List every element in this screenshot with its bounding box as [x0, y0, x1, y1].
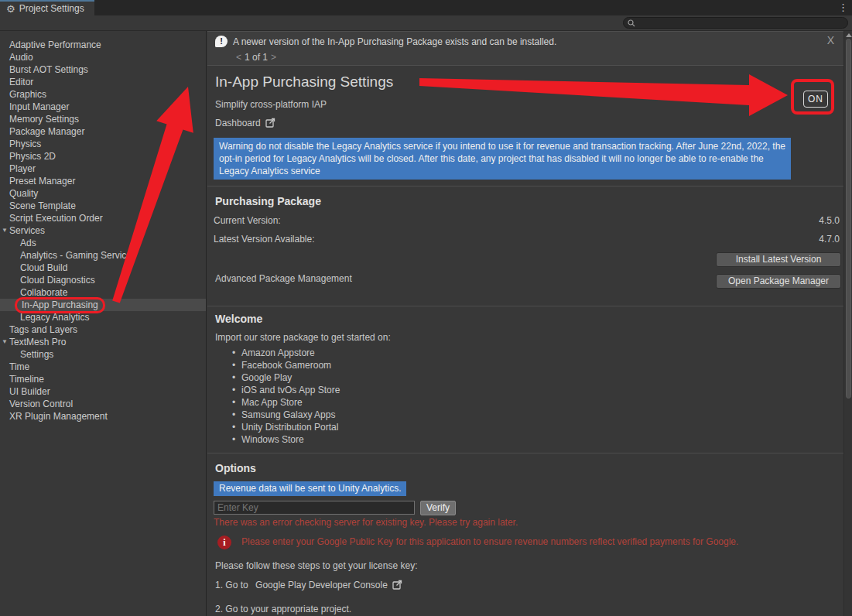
notification-message: A newer version of the In-App Purchasing… [233, 36, 556, 47]
sidebar-item-preset-manager[interactable]: Preset Manager [0, 175, 206, 187]
sidebar-item-audio[interactable]: Audio [0, 51, 206, 63]
vertical-scrollbar[interactable] [843, 31, 852, 616]
sidebar-item-time[interactable]: Time [0, 361, 206, 373]
settings-sidebar: Adaptive PerformanceAudioBurst AOT Setti… [0, 31, 207, 616]
sidebar-item-quality[interactable]: Quality [0, 187, 206, 200]
store-list-item: Mac App Store [232, 396, 340, 409]
sidebar-item-burst-aot-settings[interactable]: Burst AOT Settings [0, 63, 206, 76]
section-divider [207, 306, 843, 306]
sidebar-item-in-app-purchasing[interactable]: In-App Purchasing [0, 299, 206, 311]
current-version-label: Current Version: [214, 215, 281, 226]
section-divider [207, 186, 843, 187]
close-icon[interactable]: X [827, 34, 834, 46]
sidebar-item-cloud-build[interactable]: Cloud Build [0, 262, 206, 274]
sidebar-item-label: Analytics - Gaming Services [20, 250, 136, 261]
step-2: 2. Go to your appropriate project. [215, 604, 351, 614]
sidebar-item-label: Physics 2D [9, 151, 56, 162]
sidebar-item-xr-plugin-management[interactable]: XR Plugin Management [0, 410, 206, 423]
sidebar-item-scene-template[interactable]: Scene Template [0, 200, 206, 212]
sidebar-item-cloud-diagnostics[interactable]: Cloud Diagnostics [0, 274, 206, 286]
sidebar-item-analytics-gaming-services[interactable]: Analytics - Gaming Services [0, 249, 206, 262]
sidebar-item-label: Time [9, 361, 29, 372]
license-key-input[interactable] [214, 501, 415, 515]
options-title: Options [215, 462, 256, 474]
sidebar-item-label: Preset Manager [9, 176, 75, 187]
sidebar-item-label: Physics [9, 139, 41, 149]
expand-triangle-icon[interactable]: ▼ [2, 336, 9, 348]
current-version-value: 4.5.0 [819, 215, 840, 226]
sidebar-item-label: Cloud Build [20, 262, 67, 273]
notification-pager: <1 of 1> [233, 52, 279, 63]
sidebar-item-label: TextMesh Pro [9, 337, 66, 347]
sidebar-item-memory-settings[interactable]: Memory Settings [0, 113, 206, 125]
sidebar-item-label: Adaptive Performance [9, 39, 101, 50]
sidebar-item-version-control[interactable]: Version Control [0, 398, 206, 410]
sidebar-item-ads[interactable]: Ads [0, 237, 206, 249]
expand-triangle-icon[interactable]: ▼ [2, 224, 9, 237]
simplify-label: Simplify cross-platform IAP [215, 99, 327, 110]
sidebar-item-physics-2d[interactable]: Physics 2D [0, 150, 206, 163]
store-list-item: Facebook Gameroom [232, 359, 340, 371]
sidebar-item-tags-and-layers[interactable]: Tags and Layers [0, 323, 206, 336]
sidebar-item-label: Burst AOT Settings [9, 64, 88, 75]
sidebar-item-textmesh-pro[interactable]: ▼TextMesh Pro [0, 336, 206, 348]
dashboard-link[interactable]: Dashboard [215, 118, 275, 130]
notification-bar: ! A newer version of the In-App Purchasi… [207, 31, 843, 66]
step-1-prefix: 1. Go to [215, 580, 248, 590]
pager-next-button[interactable]: > [268, 52, 279, 63]
sidebar-item-label: Audio [9, 52, 33, 63]
sidebar-item-ui-builder[interactable]: UI Builder [0, 385, 206, 398]
sidebar-item-label: Services [9, 225, 45, 236]
purchasing-package-title: Purchasing Package [215, 195, 321, 207]
sidebar-item-label: Memory Settings [9, 114, 79, 125]
sidebar-item-label: Ads [20, 238, 36, 248]
warning-bubble-icon: ! [215, 36, 228, 47]
sidebar-item-label: Scene Template [9, 200, 76, 211]
sidebar-item-label: Tags and Layers [9, 324, 77, 335]
sidebar-item-label: Cloud Diagnostics [20, 275, 95, 286]
google-play-console-link[interactable]: Google Play Developer Console [255, 580, 388, 590]
kebab-menu-icon[interactable]: ⋮ [838, 2, 847, 14]
page-title: In-App Purchasing Settings [215, 74, 393, 91]
store-list-item: Google Play [232, 371, 340, 384]
sidebar-item-services[interactable]: ▼Services [0, 224, 206, 237]
tab-title: Project Settings [19, 3, 84, 14]
pager-prev-button[interactable]: < [233, 52, 245, 63]
external-link-icon [265, 118, 275, 130]
sidebar-item-adaptive-performance[interactable]: Adaptive Performance [0, 39, 206, 51]
settings-content: ! A newer version of the In-App Purchasi… [207, 31, 843, 616]
sidebar-item-label: XR Plugin Management [9, 411, 108, 422]
sidebar-item-label: Version Control [9, 399, 73, 409]
sidebar-item-script-execution-order[interactable]: Script Execution Order [0, 212, 206, 224]
tab-project-settings[interactable]: ⚙ Project Settings [0, 0, 94, 15]
sidebar-item-input-manager[interactable]: Input Manager [0, 101, 206, 113]
scrollbar-thumb[interactable] [846, 39, 851, 399]
sidebar-item-timeline[interactable]: Timeline [0, 373, 206, 385]
sidebar-item-physics[interactable]: Physics [0, 138, 206, 150]
iap-enable-toggle[interactable]: ON [803, 91, 828, 108]
latest-version-label: Latest Version Available: [214, 234, 315, 245]
search-input[interactable] [623, 17, 848, 29]
gear-icon: ⚙ [6, 4, 15, 14]
sidebar-item-player[interactable]: Player [0, 163, 206, 175]
sidebar-item-graphics[interactable]: Graphics [0, 88, 206, 101]
legacy-analytics-warning: Warning do not disable the Legacy Analyt… [214, 138, 791, 180]
sidebar-item-editor[interactable]: Editor [0, 76, 206, 88]
verify-button[interactable]: Verify [420, 501, 456, 515]
sidebar-item-settings[interactable]: Settings [0, 348, 206, 361]
external-link-icon [392, 580, 402, 592]
scroll-up-arrow-icon[interactable] [846, 33, 852, 37]
sidebar-item-legacy-analytics[interactable]: Legacy Analytics [0, 311, 206, 323]
sidebar-item-label: Script Execution Order [9, 213, 103, 224]
sidebar-item-label: Legacy Analytics [20, 312, 89, 323]
pager-label: 1 of 1 [245, 52, 268, 63]
sidebar-item-label: Settings [20, 349, 53, 360]
sidebar-item-package-manager[interactable]: Package Manager [0, 125, 206, 138]
install-latest-version-button[interactable]: Install Latest Version [716, 252, 841, 267]
search-field[interactable] [638, 19, 840, 28]
open-package-manager-button[interactable]: Open Package Manager [716, 274, 841, 289]
tab-strip: ⚙ Project Settings ⋮ [0, 0, 852, 15]
sidebar-item-label: UI Builder [9, 386, 50, 397]
section-divider [207, 453, 843, 453]
steps-intro: Please follow these steps to get your li… [215, 560, 417, 571]
